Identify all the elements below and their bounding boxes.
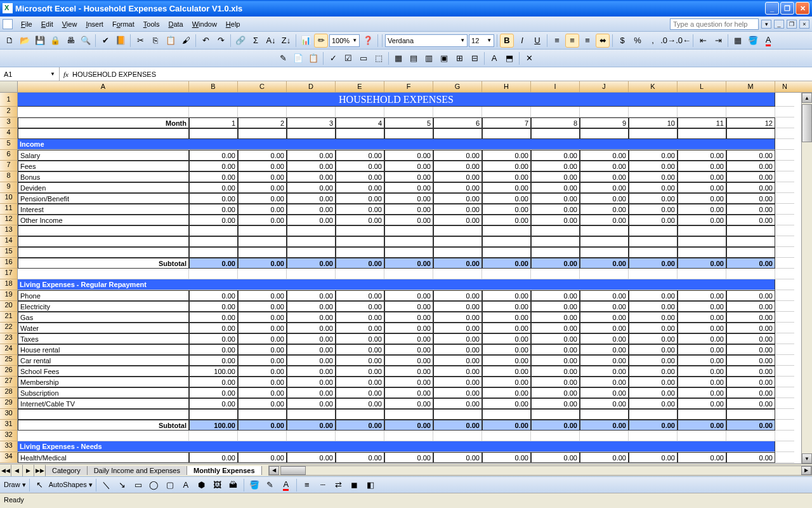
cell[interactable] (336, 409, 384, 420)
cell[interactable] (726, 431, 775, 441)
cell[interactable]: 0.00 (580, 398, 629, 409)
cell[interactable]: 0.00 (726, 171, 775, 182)
sort-desc-icon[interactable]: Z↓ (279, 34, 293, 48)
cell[interactable] (775, 312, 794, 323)
cell[interactable]: 0.00 (531, 312, 580, 323)
cell[interactable]: 0.00 (433, 452, 482, 463)
cell[interactable]: 0.00 (726, 258, 775, 269)
tb2-toggle-icon[interactable]: ✕ (522, 51, 536, 65)
cell[interactable]: 0.00 (384, 323, 433, 333)
cell[interactable] (18, 409, 189, 420)
cell[interactable]: 0.00 (384, 171, 433, 182)
borders-icon[interactable]: ▦ (731, 34, 745, 48)
cell[interactable]: 0.00 (726, 355, 775, 366)
cell[interactable]: 0.00 (726, 366, 775, 377)
cell[interactable]: House rental (18, 344, 189, 355)
menu-help[interactable]: Help (221, 19, 245, 29)
cell[interactable]: 0.00 (629, 290, 678, 301)
row-header[interactable]: 22 (0, 323, 18, 333)
cell[interactable] (580, 107, 629, 117)
cell[interactable]: Bonus (18, 171, 189, 182)
align-right-icon[interactable]: ≡ (580, 34, 594, 48)
cell[interactable]: 0.00 (189, 204, 238, 215)
cell[interactable]: 0.00 (482, 366, 531, 377)
row-header[interactable]: 10 (0, 193, 18, 204)
cell[interactable]: 0.00 (629, 323, 678, 333)
cell[interactable]: 2 (238, 117, 287, 128)
cell[interactable] (629, 409, 678, 420)
cell[interactable] (629, 431, 678, 441)
cell[interactable] (726, 225, 775, 236)
cell[interactable]: Taxes (18, 333, 189, 344)
tb2-text-icon[interactable]: A (487, 51, 501, 65)
cell[interactable]: 0.00 (531, 182, 580, 193)
cell[interactable]: 0.00 (384, 193, 433, 204)
cell[interactable]: 5 (384, 117, 433, 128)
cell[interactable] (482, 247, 531, 258)
col-header-M[interactable]: M (726, 81, 775, 92)
cell[interactable]: 0.00 (238, 161, 287, 171)
cell[interactable] (384, 431, 433, 441)
cell[interactable] (18, 431, 189, 441)
arrow-style-icon[interactable]: ⇄ (332, 478, 346, 492)
cell[interactable] (629, 236, 678, 247)
merge-center-icon[interactable]: ⬌ (596, 34, 610, 48)
cell[interactable] (384, 247, 433, 258)
cell[interactable] (287, 269, 336, 279)
cell[interactable]: 0.00 (238, 387, 287, 398)
cell[interactable]: 0.00 (629, 182, 678, 193)
cell[interactable] (238, 236, 287, 247)
section-header[interactable]: Income (18, 139, 775, 150)
cell[interactable]: 0.00 (726, 161, 775, 171)
menu-window[interactable]: Window (188, 19, 221, 29)
horizontal-scrollbar[interactable]: ◀ ▶ (268, 465, 812, 476)
cell[interactable]: 0.00 (678, 420, 726, 431)
diagram-icon[interactable]: ⬢ (195, 478, 209, 492)
cell[interactable] (18, 107, 189, 117)
cell[interactable]: 0.00 (629, 312, 678, 323)
cell[interactable]: 0.00 (433, 344, 482, 355)
cell[interactable]: 0.00 (678, 182, 726, 193)
tb2-icon-11[interactable]: ▣ (437, 51, 451, 65)
help-dropdown[interactable]: ▾ (761, 20, 771, 29)
cell[interactable]: 0.00 (238, 150, 287, 161)
cell[interactable] (775, 301, 794, 312)
cell[interactable]: 3 (287, 117, 336, 128)
cell[interactable]: 0.00 (336, 161, 384, 171)
cell[interactable]: 7 (482, 117, 531, 128)
increase-indent-icon[interactable]: ⇥ (711, 34, 725, 48)
cell[interactable]: 1 (189, 117, 238, 128)
cell[interactable]: 0.00 (531, 204, 580, 215)
line-icon[interactable]: ＼ (100, 478, 114, 492)
cell[interactable]: 0.00 (531, 290, 580, 301)
fx-icon[interactable]: fx (63, 70, 69, 78)
cell[interactable]: 0.00 (189, 258, 238, 269)
cell[interactable]: 0.00 (189, 161, 238, 171)
cell[interactable]: 0.00 (433, 161, 482, 171)
cell[interactable] (189, 225, 238, 236)
cell[interactable] (629, 247, 678, 258)
cell[interactable]: 0.00 (531, 215, 580, 225)
cell[interactable] (384, 409, 433, 420)
cell[interactable]: 0.00 (726, 387, 775, 398)
cell[interactable]: 0.00 (384, 161, 433, 171)
fill-color-icon[interactable]: 🪣 (746, 34, 760, 48)
cell[interactable] (629, 107, 678, 117)
autoshapes-menu[interactable]: AutoShapes ▾ (49, 481, 93, 489)
cell[interactable] (726, 409, 775, 420)
cell[interactable] (775, 290, 794, 301)
cell[interactable]: 0.00 (433, 387, 482, 398)
col-header-I[interactable]: I (531, 81, 580, 92)
app-icon[interactable] (3, 19, 13, 29)
cell[interactable]: 0.00 (726, 333, 775, 344)
cell[interactable] (531, 225, 580, 236)
cell[interactable] (726, 247, 775, 258)
cell[interactable] (775, 215, 794, 225)
clipart-icon[interactable]: 🖼 (211, 478, 225, 492)
hscroll-thumb[interactable] (280, 466, 306, 475)
close-button[interactable]: ✕ (796, 2, 809, 15)
cell[interactable]: 0.00 (678, 398, 726, 409)
cell[interactable]: 0.00 (384, 333, 433, 344)
title-cell[interactable]: HOUSEHOLD EXPENSES (18, 93, 775, 107)
cell[interactable]: 0.00 (384, 301, 433, 312)
